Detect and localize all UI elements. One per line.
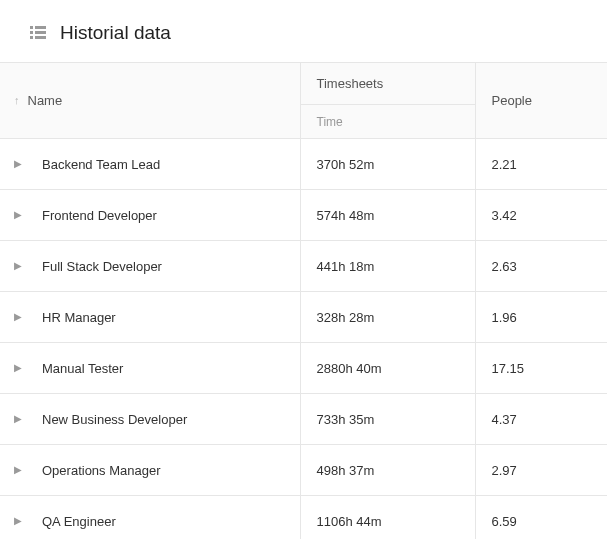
row-time: 328h 28m <box>317 310 375 325</box>
row-time: 370h 52m <box>317 157 375 172</box>
column-subheader-time[interactable]: Time <box>300 105 475 139</box>
table-row: ▶HR Manager328h 28m1.96 <box>0 292 607 343</box>
table-row: ▶Operations Manager498h 37m2.97 <box>0 445 607 496</box>
svg-rect-1 <box>35 26 46 29</box>
column-header-name[interactable]: ↑ Name <box>0 63 300 139</box>
expand-row-icon[interactable]: ▶ <box>14 363 24 373</box>
row-people: 17.15 <box>492 361 525 376</box>
row-time: 498h 37m <box>317 463 375 478</box>
row-people: 2.63 <box>492 259 517 274</box>
row-time: 441h 18m <box>317 259 375 274</box>
row-name: HR Manager <box>42 310 116 325</box>
list-view-icon <box>30 26 46 40</box>
svg-rect-3 <box>35 31 46 34</box>
row-people: 2.97 <box>492 463 517 478</box>
row-time: 733h 35m <box>317 412 375 427</box>
row-name: Manual Tester <box>42 361 123 376</box>
expand-row-icon[interactable]: ▶ <box>14 159 24 169</box>
svg-rect-4 <box>30 36 33 39</box>
row-time: 1106h 44m <box>317 514 382 529</box>
row-name: New Business Developer <box>42 412 187 427</box>
row-people: 6.59 <box>492 514 517 529</box>
table-row: ▶Manual Tester2880h 40m17.15 <box>0 343 607 394</box>
table-row: ▶Full Stack Developer441h 18m2.63 <box>0 241 607 292</box>
row-time: 2880h 40m <box>317 361 382 376</box>
expand-row-icon[interactable]: ▶ <box>14 210 24 220</box>
page-header: Historial data <box>0 0 607 62</box>
expand-row-icon[interactable]: ▶ <box>14 516 24 526</box>
svg-rect-0 <box>30 26 33 29</box>
table-row: ▶New Business Developer733h 35m4.37 <box>0 394 607 445</box>
row-people: 4.37 <box>492 412 517 427</box>
row-name: Backend Team Lead <box>42 157 160 172</box>
row-name: Full Stack Developer <box>42 259 162 274</box>
expand-row-icon[interactable]: ▶ <box>14 465 24 475</box>
expand-row-icon[interactable]: ▶ <box>14 414 24 424</box>
column-header-timesheets[interactable]: Timesheets <box>300 63 475 105</box>
column-header-people-label: People <box>492 93 532 108</box>
expand-row-icon[interactable]: ▶ <box>14 261 24 271</box>
svg-rect-5 <box>35 36 46 39</box>
column-header-timesheets-label: Timesheets <box>317 76 384 91</box>
sort-ascending-icon: ↑ <box>14 95 20 106</box>
row-name: Frontend Developer <box>42 208 157 223</box>
row-people: 2.21 <box>492 157 517 172</box>
row-people: 1.96 <box>492 310 517 325</box>
column-subheader-time-label: Time <box>317 115 343 129</box>
row-name: Operations Manager <box>42 463 161 478</box>
column-header-name-label: Name <box>28 93 63 108</box>
expand-row-icon[interactable]: ▶ <box>14 312 24 322</box>
row-name: QA Engineer <box>42 514 116 529</box>
column-header-people[interactable]: People <box>475 63 607 139</box>
row-people: 3.42 <box>492 208 517 223</box>
data-table: ↑ Name Timesheets People Time ▶Backend T… <box>0 62 607 539</box>
table-row: ▶QA Engineer1106h 44m6.59 <box>0 496 607 540</box>
page-title: Historial data <box>60 22 171 44</box>
table-row: ▶Backend Team Lead370h 52m2.21 <box>0 139 607 190</box>
table-row: ▶Frontend Developer574h 48m3.42 <box>0 190 607 241</box>
svg-rect-2 <box>30 31 33 34</box>
row-time: 574h 48m <box>317 208 375 223</box>
